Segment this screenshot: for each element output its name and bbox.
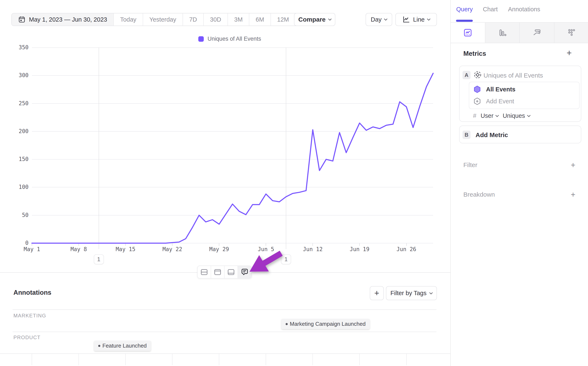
metric-badge-b: B — [463, 131, 470, 139]
preset-12m[interactable]: 12M — [271, 13, 295, 26]
tab-annotations[interactable]: Annotations — [508, 6, 540, 13]
legend: Uniques of All Events — [198, 36, 261, 42]
filter-by-tags-button[interactable]: Filter by Tags — [386, 286, 437, 300]
x-axis-tick-jun-5 — [266, 243, 266, 246]
divider — [13, 309, 437, 310]
tab-chart[interactable]: Chart — [483, 6, 498, 13]
preset-3m[interactable]: 3M — [228, 13, 249, 26]
chevron-down-icon — [495, 113, 499, 117]
query-sidebar: Query Chart Annotations — [450, 0, 588, 366]
annotation-marker-line-1 — [99, 48, 99, 249]
gridline-y-0 — [32, 243, 433, 243]
entity-selector[interactable]: User — [481, 112, 498, 119]
calendar-icon — [18, 16, 26, 23]
y-axis-label-350: 350 — [6, 44, 29, 51]
x-axis-label-may-29: May 29 — [202, 246, 236, 252]
metric-badge-a: A — [463, 71, 470, 79]
view-insights-line-icon[interactable] — [451, 23, 485, 43]
metric-a-name[interactable]: Uniques of All Events — [484, 72, 543, 79]
preset-today[interactable]: Today — [114, 13, 143, 26]
panel-top-icon[interactable] — [211, 266, 225, 278]
x-axis-tick-may-29 — [219, 243, 219, 246]
preset-6m[interactable]: 6M — [249, 13, 271, 26]
gridline-y-200 — [32, 131, 433, 132]
x-axis-tick-may-22 — [172, 243, 172, 246]
aggregation-row: # User Uniques — [473, 112, 530, 119]
x-axis-tick-may-1 — [32, 243, 32, 246]
gridline-y-350 — [32, 47, 433, 48]
annotation-marker-badge-1[interactable]: 1 — [94, 254, 104, 264]
annotations-comment-icon[interactable] — [238, 266, 251, 278]
view-pie-grid-icon[interactable] — [554, 23, 588, 43]
gridline-y-150 — [32, 159, 433, 160]
annotation-chip-product[interactable]: Feature Launched — [94, 341, 151, 351]
date-range-button[interactable]: May 1, 2023 — Jun 30, 2023 — [12, 13, 114, 26]
add-event-button[interactable]: Add Event — [473, 97, 514, 106]
preset-30d[interactable]: 30D — [204, 13, 228, 26]
tab-query[interactable]: Query — [456, 6, 473, 13]
aggregation-selector[interactable]: Uniques — [502, 112, 530, 119]
filter-label: Filter — [463, 161, 478, 168]
gridline-y-100 — [32, 187, 433, 187]
add-metric-button[interactable]: Add Metric — [476, 131, 508, 138]
add-breakdown-plus-icon[interactable]: + — [571, 191, 575, 198]
chevron-down-icon — [328, 17, 332, 21]
ruler-tick-3 — [125, 354, 126, 365]
add-annotation-button[interactable]: + — [370, 286, 384, 300]
chevron-down-icon — [527, 113, 531, 117]
annotations-title: Annotations — [13, 289, 51, 296]
gridline-y-250 — [32, 103, 433, 104]
legend-swatch — [198, 36, 204, 42]
annotation-chip-marketing[interactable]: Marketing Campaign Launched — [282, 319, 370, 329]
event-row-all-events[interactable]: All Events — [473, 85, 515, 93]
y-axis-label-50: 50 — [6, 212, 29, 218]
gridline-y-50 — [32, 215, 433, 215]
chart-layout-toolbar — [197, 266, 252, 279]
date-range-label: May 1, 2023 — Jun 30, 2023 — [29, 16, 107, 23]
panel-bottom-icon[interactable] — [225, 266, 238, 278]
metric-card-b[interactable]: B Add Metric — [459, 126, 581, 143]
y-axis-label-150: 150 — [6, 156, 29, 162]
annotation-marker-badge-2[interactable]: 1 — [281, 254, 291, 264]
x-axis-label-jun-12: Jun 12 — [296, 246, 329, 252]
chart-type-button[interactable]: Line — [395, 13, 437, 26]
chevron-down-icon — [427, 17, 431, 21]
annotations-timeline-ruler — [0, 353, 450, 354]
y-axis-label-250: 250 — [6, 100, 29, 107]
legend-label: Uniques of All Events — [208, 36, 261, 42]
gridline-y-300 — [32, 75, 433, 76]
y-axis-label-300: 300 — [6, 72, 29, 78]
y-axis-label-0: 0 — [6, 240, 29, 246]
y-axis-label-200: 200 — [6, 128, 29, 134]
ruler-tick-1 — [32, 354, 32, 365]
ruler-tick-9 — [406, 354, 407, 365]
x-axis-label-jun-19: Jun 19 — [343, 246, 376, 252]
ruler-tick-6 — [266, 354, 266, 365]
preset-7d[interactable]: 7D — [183, 13, 204, 26]
granularity-button[interactable]: Day — [366, 13, 392, 26]
compare-button[interactable]: Compare — [294, 13, 335, 26]
x-axis-label-jun-5: Jun 5 — [249, 246, 283, 252]
add-event-hexagon-icon — [473, 97, 481, 106]
chevron-down-icon — [384, 17, 388, 21]
divider — [13, 332, 437, 332]
add-metric-plus-icon[interactable]: + — [567, 49, 572, 57]
view-flow-icon[interactable] — [520, 23, 554, 43]
breakdown-label: Breakdown — [463, 191, 495, 198]
x-axis-tick-jun-19 — [359, 243, 360, 246]
add-filter-plus-icon[interactable]: + — [571, 161, 575, 169]
x-axis-label-may-15: May 15 — [109, 246, 142, 252]
ruler-tick-5 — [219, 354, 219, 365]
ruler-tick-4 — [172, 354, 172, 365]
breakdown-section: Breakdown + — [463, 190, 575, 199]
line-chart-icon — [402, 15, 410, 23]
split-horizontal-icon[interactable] — [198, 266, 211, 278]
count-type-symbol: # — [473, 112, 476, 119]
view-bar-chart-icon[interactable] — [485, 23, 520, 43]
preset-yesterday[interactable]: Yesterday — [143, 13, 183, 26]
ruler-tick-8 — [359, 354, 360, 365]
filter-section: Filter + — [463, 160, 575, 170]
x-axis-tick-jun-12 — [313, 243, 313, 246]
ruler-tick-7 — [313, 354, 313, 365]
event-settings-gear-icon[interactable] — [473, 70, 482, 79]
